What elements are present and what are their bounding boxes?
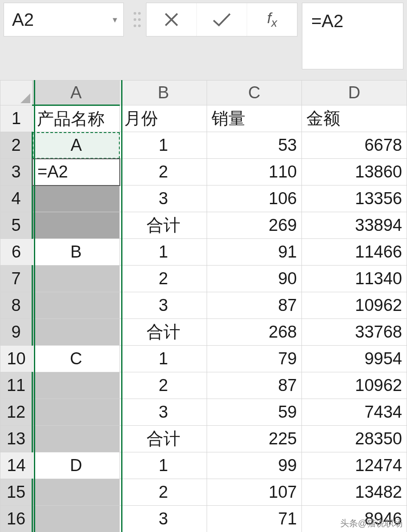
cell[interactable]: 12474 [301,452,407,479]
cell[interactable]: 225 [207,426,301,452]
cell[interactable] [33,185,120,212]
cell[interactable]: 11340 [301,266,407,292]
enter-button[interactable] [197,3,247,36]
cell[interactable]: 110 [207,159,301,185]
cell[interactable] [33,399,120,426]
cell[interactable]: 2 [120,266,207,292]
row-header[interactable]: 7 [0,266,33,292]
row-header[interactable]: 2 [0,132,33,159]
cell[interactable] [33,426,120,452]
cell[interactable]: 合计 [120,426,207,452]
cell[interactable]: 合计 [120,212,207,239]
cell[interactable]: 销量 [207,105,301,132]
cell[interactable]: D [33,452,120,479]
cell[interactable] [33,292,120,319]
cell[interactable]: 9954 [301,346,407,372]
cell[interactable]: 3 [120,399,207,426]
name-box[interactable]: A2 ▾ [4,3,124,36]
cell[interactable]: 269 [207,212,301,239]
formula-buttons: fx [146,3,297,36]
cell[interactable]: 10962 [301,372,407,399]
cell[interactable] [33,479,120,506]
row-header[interactable]: 1 [0,105,33,132]
row-header[interactable]: 16 [0,506,33,532]
cell[interactable]: 合计 [120,319,207,346]
cell[interactable]: 10962 [301,292,407,319]
cancel-button[interactable] [147,3,197,36]
cell[interactable]: 3 [120,292,207,319]
row-header[interactable]: 14 [0,452,33,479]
x-icon [163,11,180,28]
table-row: 1128710962 [0,372,407,399]
cell[interactable]: 1 [120,132,207,159]
cell[interactable]: 99 [207,452,301,479]
name-box-value: A2 [12,10,34,30]
cell[interactable]: 79 [207,346,301,372]
cell[interactable] [33,266,120,292]
cell[interactable]: A [33,132,120,159]
cell[interactable]: 90 [207,266,301,292]
row-header[interactable]: 6 [0,239,33,266]
cell[interactable] [33,372,120,399]
resize-handle-icon[interactable] [128,3,142,36]
cell[interactable]: C [33,346,120,372]
cell[interactable]: 87 [207,372,301,399]
cell[interactable]: 金额 [301,105,407,132]
cell[interactable]: 91 [207,239,301,266]
cell[interactable] [33,506,120,532]
cell[interactable]: 2 [120,479,207,506]
row-header[interactable]: 9 [0,319,33,346]
cell[interactable]: 13482 [301,479,407,506]
row-header[interactable]: 13 [0,426,33,452]
cell[interactable]: 1 [120,239,207,266]
cell[interactable]: 107 [207,479,301,506]
cell[interactable]: 106 [207,185,301,212]
cell[interactable]: 2 [120,372,207,399]
table-row: 10C1799954 [0,346,407,372]
col-header-D[interactable]: D [301,81,407,105]
row-header[interactable]: 8 [0,292,33,319]
cell[interactable]: 11466 [301,239,407,266]
cell[interactable]: 6678 [301,132,407,159]
row-header[interactable]: 4 [0,185,33,212]
col-header-C[interactable]: C [207,81,301,105]
fx-button[interactable]: fx [247,3,297,36]
cell[interactable]: 13860 [301,159,407,185]
row-header[interactable]: 10 [0,346,33,372]
name-box-dropdown-icon[interactable]: ▾ [113,14,117,25]
row-header[interactable]: 5 [0,212,33,239]
cell[interactable]: 1 [120,452,207,479]
row-header[interactable]: 12 [0,399,33,426]
cell[interactable]: 33768 [301,319,407,346]
row-header[interactable]: 11 [0,372,33,399]
grid[interactable]: A B C D 1产品名称月份销量金额2A15366783=A221101386… [0,80,407,532]
cell[interactable]: 1 [120,346,207,372]
formula-input[interactable]: =A2 [302,3,403,69]
select-all-corner[interactable] [0,81,33,105]
cell[interactable]: 产品名称 [33,105,120,132]
cell[interactable]: B [33,239,120,266]
cell[interactable]: 13356 [301,185,407,212]
cell[interactable]: 28350 [301,426,407,452]
row-header[interactable]: 3 [0,159,33,185]
col-header-B[interactable]: B [120,81,207,105]
cell[interactable]: 268 [207,319,301,346]
cell[interactable]: 2 [120,159,207,185]
cell[interactable]: 53 [207,132,301,159]
cell[interactable]: 59 [207,399,301,426]
row-header[interactable]: 15 [0,479,33,506]
cell[interactable]: 3 [120,185,207,212]
fx-icon: fx [267,9,277,30]
column-header-row: A B C D [0,81,407,105]
cell[interactable]: =A2 [33,159,120,185]
col-header-A[interactable]: A [33,81,120,105]
cell[interactable] [33,212,120,239]
cell[interactable]: 71 [207,506,301,532]
table-row: 5合计26933894 [0,212,407,239]
cell[interactable] [33,319,120,346]
cell[interactable]: 33894 [301,212,407,239]
cell[interactable]: 7434 [301,399,407,426]
cell[interactable]: 月份 [120,105,207,132]
cell[interactable]: 3 [120,506,207,532]
cell[interactable]: 87 [207,292,301,319]
